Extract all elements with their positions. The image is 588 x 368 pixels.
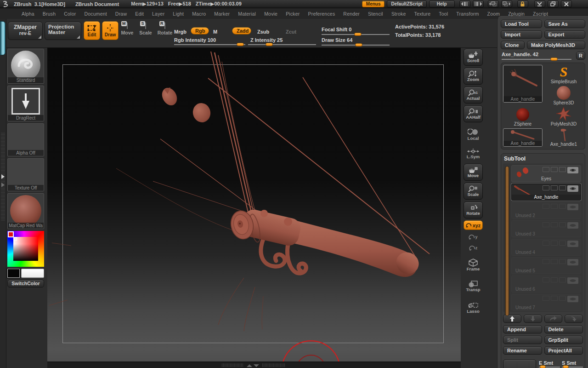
delete-button[interactable]: Delete xyxy=(544,325,583,334)
close-button[interactable] xyxy=(561,0,572,7)
tool-inventory-slider[interactable]: Axe_handle. 42 R xyxy=(501,52,585,61)
menu-tool[interactable]: Tool xyxy=(435,11,452,17)
subtool-item-axe-handle[interactable]: Axe_handle xyxy=(511,184,581,201)
m-button[interactable]: M xyxy=(213,29,217,34)
tool-item-polymesh3d[interactable]: PolyMesh3D xyxy=(544,107,583,127)
menu-light[interactable]: Light xyxy=(169,11,188,17)
inventory-track[interactable] xyxy=(502,59,571,60)
current-brush-thumbnail[interactable]: Standard xyxy=(7,49,44,84)
current-alpha-thumbnail[interactable]: Alpha Off xyxy=(7,123,44,156)
menu-texture[interactable]: Texture xyxy=(410,11,435,17)
rename-button[interactable]: Rename xyxy=(503,346,542,355)
subtool-item-unused-4[interactable]: Unused 4 xyxy=(511,239,581,256)
move-mode-button[interactable]: M Move xyxy=(119,23,136,35)
lasso-button[interactable]: Lasso xyxy=(464,299,483,316)
merge-down-button[interactable] xyxy=(565,315,583,323)
zoom-canvas-button[interactable]: Zoom xyxy=(464,68,483,85)
menu-brush[interactable]: Brush xyxy=(39,11,60,17)
projection-master-button[interactable]: Projection Master xyxy=(45,22,81,40)
aahalf-button[interactable]: AAHalf xyxy=(464,105,483,122)
slider-knob[interactable] xyxy=(550,58,558,61)
menu-color[interactable]: Color xyxy=(60,11,80,17)
z-intensity-track[interactable] xyxy=(248,44,316,45)
menu-alpha[interactable]: Alpha xyxy=(17,11,39,17)
menu-marker[interactable]: Marker xyxy=(210,11,234,17)
import-button[interactable]: Import xyxy=(501,30,542,39)
draw-size-track[interactable] xyxy=(322,45,390,46)
left-tray-divider[interactable] xyxy=(0,19,6,368)
tool-item-axe-handle1[interactable]: Axe_handle1 xyxy=(544,128,583,147)
subtool-item-unused-7[interactable]: Unused 7 xyxy=(511,294,581,311)
current-texture-thumbnail[interactable]: Texture Off xyxy=(7,158,44,191)
zcut-button[interactable]: Zcut xyxy=(286,29,296,34)
slider-knob[interactable] xyxy=(355,43,362,46)
menu-preferences[interactable]: Preferences xyxy=(304,11,339,17)
projectall-button[interactable]: ProjectAll xyxy=(544,346,583,355)
open-tray-arrow-icon[interactable] xyxy=(1,174,5,179)
local-symmetry-button[interactable]: L.Sym xyxy=(464,145,483,162)
scroll-down-arrow-icon[interactable] xyxy=(254,364,259,367)
load-tool-button[interactable]: Load Tool xyxy=(501,20,542,28)
subtool-item-eyes[interactable]: Eyes xyxy=(511,165,581,182)
zmapper-button[interactable]: ZMapper rev-E xyxy=(8,22,43,40)
menu-material[interactable]: Material xyxy=(234,11,260,17)
slider-knob[interactable] xyxy=(266,43,273,46)
focal-shift-slider[interactable]: Focal Shift 0 xyxy=(322,27,351,32)
visibility-eye-icon[interactable] xyxy=(567,167,578,173)
lock-button[interactable] xyxy=(517,0,528,7)
subtool-item-unused-5[interactable]: Unused 5 xyxy=(511,257,581,274)
rotate-canvas-button[interactable]: Rotate xyxy=(464,201,483,218)
rotate-z-button[interactable]: z xyxy=(464,243,483,253)
grpsplit-button[interactable]: GrpSplit xyxy=(544,336,583,344)
actual-size-button[interactable]: x1 Actual xyxy=(464,86,483,104)
save-as-button[interactable]: Save As xyxy=(544,20,586,28)
slider-knob[interactable] xyxy=(237,43,244,46)
menu-transform[interactable]: Transform xyxy=(452,11,483,17)
rgb-button[interactable]: Rgb xyxy=(191,27,209,34)
slider-knob[interactable] xyxy=(563,365,569,368)
menu-stencil[interactable]: Stencil xyxy=(364,11,387,17)
current-material-thumbnail[interactable]: MatCap Red Wa xyxy=(7,193,44,229)
tool-item-simplebrush[interactable]: S SimpleBrush xyxy=(544,65,583,85)
split-button[interactable]: Split xyxy=(503,336,542,344)
tool-item-axe-handle-current[interactable]: Axe_handle xyxy=(503,65,543,103)
subtool-header[interactable]: SubTool xyxy=(503,155,583,163)
extract-button[interactable]: Extract xyxy=(503,359,536,368)
scale-canvas-button[interactable]: Scale xyxy=(464,183,483,200)
menu-movie[interactable]: Movie xyxy=(260,11,282,17)
model-axe-handle[interactable] xyxy=(47,48,461,362)
move-canvas-button[interactable]: Move xyxy=(464,164,483,181)
saturation-square[interactable] xyxy=(13,237,38,261)
z-intensity-slider[interactable]: Z Intensity 25 xyxy=(250,37,283,43)
clone-button[interactable]: Clone xyxy=(501,41,525,49)
slider-knob[interactable] xyxy=(540,365,546,368)
menu-edit[interactable]: Edit xyxy=(131,11,148,17)
append-button[interactable]: Append xyxy=(503,325,542,334)
current-stroke-thumbnail[interactable]: DragRect xyxy=(7,86,44,121)
draw-mode-button[interactable]: Draw xyxy=(102,21,119,40)
draw-size-slider[interactable]: Draw Size 64 xyxy=(322,37,352,43)
subtool-item-unused-3[interactable]: Unused 3 xyxy=(511,220,581,237)
menu-draw[interactable]: Draw xyxy=(111,11,131,17)
menu-layer[interactable]: Layer xyxy=(148,11,169,17)
s-smt-track[interactable] xyxy=(562,367,583,368)
make-polymesh3d-button[interactable]: Make PolyMesh3D xyxy=(527,41,585,49)
rgb-intensity-track[interactable] xyxy=(174,44,245,45)
menus-button[interactable]: Menus xyxy=(362,0,385,7)
move-palette-left-button[interactable] xyxy=(488,0,499,7)
canvas-scrollbar[interactable] xyxy=(47,362,461,368)
export-button[interactable]: Export xyxy=(544,30,586,39)
scroll-up-arrow-icon[interactable] xyxy=(247,364,252,367)
tray-handle[interactable] xyxy=(0,21,6,55)
subtool-scrollbar[interactable] xyxy=(505,166,509,316)
menu-document[interactable]: Document xyxy=(80,11,111,17)
menu-picker[interactable]: Picker xyxy=(282,11,304,17)
restore-button[interactable] xyxy=(548,0,559,7)
subtool-item-unused-2[interactable]: Unused 2 xyxy=(511,202,581,219)
e-smt-slider[interactable]: E Smt xyxy=(539,360,560,368)
scale-mode-button[interactable]: S Scale xyxy=(137,23,154,35)
zadd-button[interactable]: Zadd xyxy=(232,27,251,34)
e-smt-track[interactable] xyxy=(539,367,560,368)
shrink-left-tray-button[interactable] xyxy=(459,0,470,7)
tool-item-axe-handle[interactable]: Axe_handle xyxy=(503,128,543,147)
